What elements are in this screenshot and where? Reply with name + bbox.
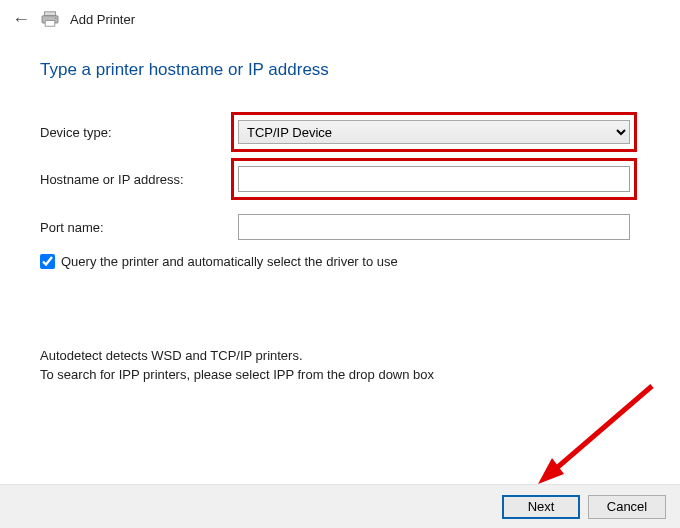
device-type-row: Device type: TCP/IP Device [40, 120, 640, 144]
query-checkbox-label: Query the printer and automatically sele… [61, 254, 398, 269]
page-title: Type a printer hostname or IP address [40, 60, 640, 80]
annotation-arrow-icon [530, 380, 660, 490]
svg-marker-5 [538, 458, 564, 484]
dialog-header: ← Add Printer [0, 0, 680, 32]
cancel-button[interactable]: Cancel [588, 495, 666, 519]
hostname-label: Hostname or IP address: [40, 172, 238, 187]
hostname-row: Hostname or IP address: [40, 166, 640, 192]
printer-icon [40, 11, 60, 27]
next-button[interactable]: Next [502, 495, 580, 519]
info-text: Autodetect detects WSD and TCP/IP printe… [40, 347, 640, 385]
info-line-2: To search for IPP printers, please selec… [40, 366, 640, 385]
info-line-1: Autodetect detects WSD and TCP/IP printe… [40, 347, 640, 366]
svg-rect-2 [45, 21, 55, 27]
svg-point-3 [55, 17, 57, 19]
port-name-row: Port name: [40, 214, 640, 240]
device-type-label: Device type: [40, 125, 238, 140]
dialog-content: Type a printer hostname or IP address De… [0, 32, 680, 385]
svg-rect-0 [44, 12, 55, 16]
back-arrow-icon[interactable]: ← [12, 10, 30, 28]
port-name-input[interactable] [238, 214, 630, 240]
dialog-footer: Next Cancel [0, 484, 680, 528]
window-title: Add Printer [70, 12, 135, 27]
device-type-select[interactable]: TCP/IP Device [238, 120, 630, 144]
svg-line-4 [552, 386, 652, 472]
query-checkbox-row: Query the printer and automatically sele… [40, 254, 640, 269]
port-name-label: Port name: [40, 220, 238, 235]
hostname-input[interactable] [238, 166, 630, 192]
query-checkbox[interactable] [40, 254, 55, 269]
